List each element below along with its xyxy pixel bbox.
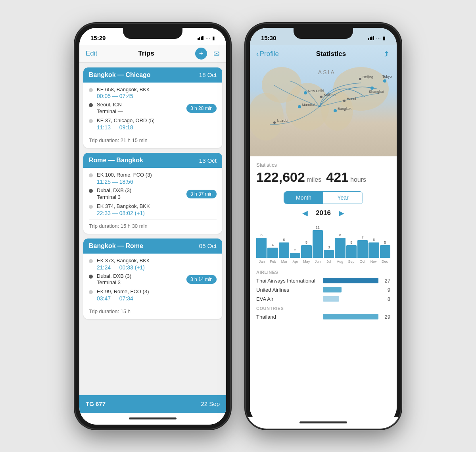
add-trip-button[interactable]: +: [195, 48, 207, 60]
bar-fill-nov: [369, 242, 379, 258]
dot-2-1: [89, 173, 93, 177]
chevron-left-icon: ‹: [256, 49, 259, 58]
bar-value-may: 5: [305, 240, 307, 244]
airlines-list: Thai Airways International27United Airli…: [256, 278, 390, 302]
notch-right: [294, 28, 353, 39]
bar-fill-oct: [357, 240, 368, 258]
bar-value-sep: 5: [350, 240, 352, 244]
notch: [123, 28, 182, 39]
nav-icons: + ✉: [195, 48, 220, 60]
segment-info-1-2: Seoul, ICNTerminal —: [97, 102, 182, 115]
seg-month-button[interactable]: Month: [284, 192, 323, 204]
segment-info-2-2: Dubai, DXB (3)Terminal 3: [97, 187, 182, 201]
bar-fill-mar: [279, 242, 289, 258]
airline-count: 27: [382, 278, 390, 284]
right-phone: 15:30 ⋯ ▮ ‹ Profile Statistics ⮭: [246, 24, 401, 429]
segment-2-2: Dubai, DXB (3)Terminal 3 3 h 37 min: [89, 187, 217, 201]
seg-time-3-1: 21:24 — 00:33 (+1): [97, 264, 217, 271]
trip-duration-2: Trip duration: 15 h 30 min: [89, 219, 217, 229]
svg-text:Hanoi: Hanoi: [347, 97, 356, 101]
segment-info-2-3: EK 374, Bangkok, BKK 22:33 — 08:02 (+1): [97, 203, 217, 216]
seg-time-2-3: 22:33 — 08:02 (+1): [97, 210, 217, 216]
seg-name-3-2: Dubai, DXB (3)Terminal 3: [97, 273, 182, 287]
airline-name: Thai Airways International: [256, 278, 320, 284]
airline-bar: [323, 287, 342, 292]
layover-badge-1: 3 h 28 min: [186, 104, 217, 113]
stats-numbers: 122,602 miles 421 hours: [256, 169, 390, 185]
seg-name-3-1: EK 373, Bangkok, BKK: [97, 258, 217, 264]
edit-button[interactable]: Edit: [86, 50, 97, 58]
bar-fill-apr: [290, 253, 300, 258]
dot-1-1: [89, 88, 93, 92]
bottom-bar[interactable]: TG 677 22 Sep: [79, 395, 226, 413]
bar-fill-sep: [346, 245, 357, 258]
chart-label-nov: Nov: [368, 260, 379, 264]
seg-name-2-3: EK 374, Bangkok, BKK: [97, 203, 217, 210]
seg-name-1-2: Seoul, ICNTerminal —: [97, 102, 182, 115]
map-label-asia: ASIA: [318, 69, 336, 75]
bar-col-apr: 2: [290, 248, 300, 258]
airline-row: Thai Airways International27: [256, 278, 390, 284]
trip-date-3: 05 Oct: [199, 242, 217, 249]
trip-date-1: 18 Oct: [199, 71, 217, 78]
chart-label-mar: Mar: [278, 260, 290, 264]
bar-col-aug: 8: [335, 233, 345, 258]
svg-text:Bangkok: Bangkok: [338, 107, 352, 111]
svg-point-19: [370, 87, 374, 90]
dot-1-3: [89, 119, 93, 123]
svg-text:Tokyo: Tokyo: [382, 75, 392, 79]
airline-name: United Airlines: [256, 287, 320, 293]
trip-card-3[interactable]: Bangkok — Rome 05 Oct EK 373, Bangkok, B…: [83, 239, 222, 319]
segment-info-3-1: EK 373, Bangkok, BKK 21:24 — 00:33 (+1): [97, 258, 217, 271]
seg-name-1-1: KE 658, Bangkok, BKK: [97, 87, 217, 93]
svg-text:Nairobi: Nairobi: [277, 119, 288, 123]
signal-icon: [198, 36, 203, 40]
chart-label-apr: Apr: [290, 260, 301, 264]
airline-bar-wrap: [323, 278, 378, 283]
bar-value-jul: 3: [328, 245, 330, 249]
next-year-button[interactable]: ▶: [339, 209, 344, 217]
status-time-right: 15:30: [261, 35, 276, 41]
seg-time-2-1: 11:25 — 18:56: [97, 179, 217, 185]
airline-bar: [323, 278, 378, 283]
wifi-icon: ⋯: [205, 35, 210, 41]
country-name: Thailand: [256, 314, 320, 320]
home-bar-left: [129, 417, 177, 419]
country-count: 29: [382, 314, 390, 320]
trip-card-1[interactable]: Bangkok — Chicago 18 Oct KE 658, Bangkok…: [83, 67, 222, 148]
svg-point-7: [298, 105, 301, 108]
prev-year-button[interactable]: ◀: [302, 209, 308, 217]
share-stats-button[interactable]: ⮭: [383, 50, 390, 58]
trip-title-2: Rome — Bangkok: [89, 157, 143, 164]
stats-screen: New Delhi Mumbai Nairobi Bangkok Kolkata: [250, 45, 397, 425]
seg-name-1-3: KE 37, Chicago, ORD (5): [97, 117, 217, 124]
bar-value-feb: 4: [272, 243, 274, 247]
seg-name-3-3: EK 99, Rome, FCO (3): [97, 289, 217, 295]
seg-name-2-2: Dubai, DXB (3)Terminal 3: [97, 187, 182, 201]
chart-label-aug: Aug: [334, 260, 345, 264]
miles-value: 122,602: [256, 169, 305, 185]
trip-title-1: Bangkok — Chicago: [89, 71, 151, 79]
bottom-label: TG 677: [86, 400, 106, 407]
layover-badge-3: 3 h 14 min: [186, 275, 217, 284]
stats-section-label: Statistics: [256, 162, 390, 168]
bar-col-mar: 6: [279, 238, 289, 258]
trip-header-1: Bangkok — Chicago 18 Oct: [83, 67, 222, 83]
share-button[interactable]: ✉: [213, 48, 220, 60]
trip-card-2[interactable]: Rome — Bangkok 13 Oct EK 100, Rome, FCO …: [83, 153, 222, 234]
seg-time-3-3: 03:47 — 07:34: [97, 295, 217, 302]
trip-duration-1: Trip duration: 21 h 15 min: [89, 134, 217, 143]
svg-text:Shanghai: Shanghai: [369, 90, 384, 94]
bar-fill-jun: [313, 230, 323, 258]
status-icons-right: ⋯ ▮: [368, 35, 386, 41]
segment-1-3: KE 37, Chicago, ORD (5) 11:13 — 09:18: [89, 117, 217, 131]
seg-year-button[interactable]: Year: [323, 192, 363, 204]
bar-col-may: 5: [301, 240, 311, 258]
bar-fill-may: [301, 245, 311, 258]
bar-col-jun: 11: [313, 225, 323, 258]
nav-title-right: Statistics: [316, 50, 346, 58]
chart-label-jan: Jan: [256, 260, 267, 264]
trip-date-2: 13 Oct: [199, 157, 217, 164]
back-button[interactable]: ‹ Profile: [256, 49, 279, 58]
country-bar: [323, 314, 378, 319]
